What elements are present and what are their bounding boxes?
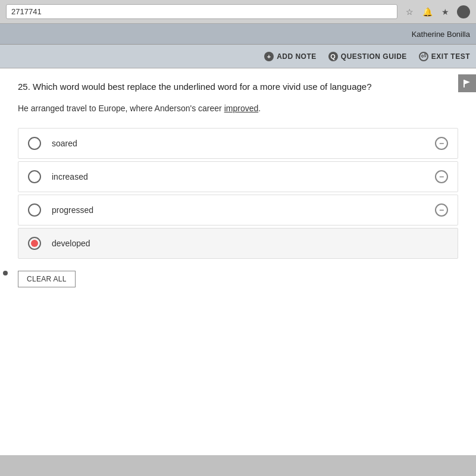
answer-left-b: increased [28,170,88,183]
minus-icon-c[interactable]: − [435,203,448,217]
radio-d-fill [31,240,38,247]
question-guide-button[interactable]: Q QUESTION GUIDE [328,52,407,61]
url-bar[interactable]: 2717741 [6,4,397,19]
add-note-button[interactable]: + ADD NOTE [264,52,317,61]
answer-left-d: developed [28,237,90,250]
radio-d[interactable] [28,237,41,250]
browser-bar: 2717741 ☆ 🔔 ★ ⬤ [0,0,476,24]
exit-test-label: EXIT TEST [431,52,470,61]
add-note-label: ADD NOTE [277,52,317,61]
question-text: 25. Which word would best replace the un… [18,80,458,94]
answer-left-c: progressed [28,203,93,217]
browser-icons: ☆ 🔔 ★ ⬤ [403,5,470,18]
answer-left-a: soared [28,137,77,150]
answer-text-d: developed [52,239,90,248]
minus-icon-b[interactable]: − [435,170,448,183]
profile-icon[interactable]: ⬤ [457,5,470,18]
exit-test-icon: ⏎ [419,52,428,61]
passage-period: . [258,104,261,113]
question-guide-label: QUESTION GUIDE [341,52,407,61]
question-body: Which word would best replace the underl… [33,82,372,92]
radio-c[interactable] [28,203,41,217]
answer-item-b[interactable]: increased − [18,161,458,192]
exit-test-button[interactable]: ⏎ EXIT TEST [419,52,470,61]
add-note-icon: + [264,52,274,61]
answer-text-c: progressed [52,205,93,215]
toolbar: + ADD NOTE Q QUESTION GUIDE ⏎ EXIT TEST [0,45,476,68]
svg-marker-0 [464,80,470,84]
answer-item-c[interactable]: progressed − [18,195,458,226]
answer-item-a[interactable]: soared − [18,128,458,159]
answer-item-d[interactable]: developed [18,228,458,259]
svg-rect-1 [464,80,465,87]
minus-icon-a[interactable]: − [435,137,448,150]
radio-a[interactable] [28,137,41,150]
user-name: Katherine Bonilla [412,30,470,39]
bell-icon[interactable]: 🔔 [421,6,433,18]
question-guide-icon: Q [328,52,338,61]
left-indicator [3,271,8,275]
radio-b[interactable] [28,170,41,183]
bookmark-icon[interactable]: ★ [439,6,451,18]
clear-all-button[interactable]: CLEAR ALL [18,271,76,287]
passage-before: He arranged travel to Europe, where Ande… [18,104,224,113]
top-header: Katherine Bonilla [0,24,476,45]
flag-icon[interactable] [458,74,476,92]
question-number-label: 25. [18,82,30,92]
answer-text-a: soared [52,139,77,148]
answer-text-b: increased [52,172,88,181]
main-content: 25. Which word would best replace the un… [0,68,476,455]
passage-text: He arranged travel to Europe, where Ande… [18,102,458,115]
underlined-word: improved [224,104,259,113]
star-icon[interactable]: ☆ [403,6,415,18]
answer-list: soared − increased − progressed − de [18,128,458,259]
